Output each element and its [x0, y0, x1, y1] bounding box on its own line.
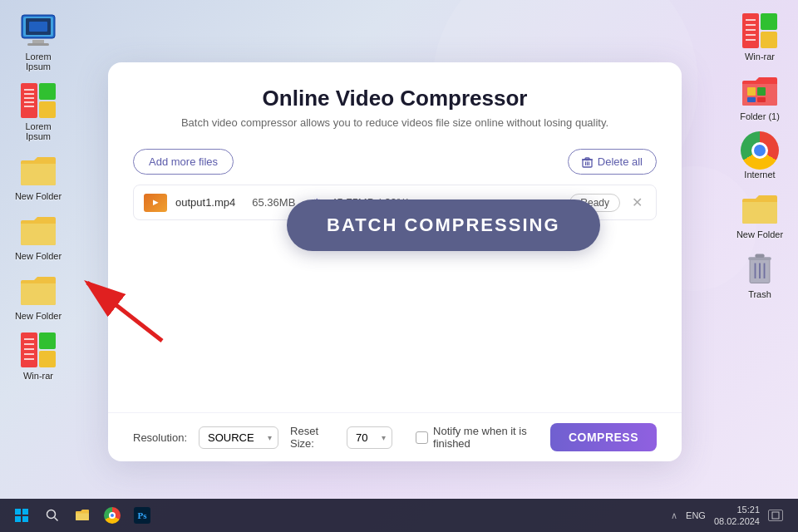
file-name: output1.mp4 — [175, 196, 235, 209]
delete-all-button[interactable]: Delete all — [568, 149, 657, 175]
app-subtitle: Batch video compressor allows you to red… — [141, 116, 648, 129]
desktop-icon-folder2[interactable]: New Folder — [8, 208, 68, 264]
svg-rect-8 — [39, 101, 56, 118]
svg-point-52 — [47, 510, 56, 519]
taskbar-caret-icon[interactable]: ∧ — [671, 510, 677, 521]
svg-rect-30 — [747, 87, 756, 96]
svg-rect-31 — [757, 87, 766, 96]
desktop-icon-label: New Folder — [15, 251, 62, 261]
desktop-icon-winrar1[interactable]: Lorem Ipsum — [8, 78, 68, 145]
taskbar-file-explorer-button[interactable] — [68, 503, 96, 528]
desktop-icon-winrar-right[interactable]: Win-rar — [730, 8, 790, 65]
desktop-icon-folder3[interactable]: New Folder — [8, 268, 68, 324]
svg-rect-7 — [39, 83, 56, 100]
reset-size-select-wrapper: 50 60 70 80 90 ▾ — [347, 426, 392, 449]
reset-size-select[interactable]: 50 60 70 80 90 — [347, 426, 392, 449]
taskbar-clock: 15:21 08.02.2024 — [714, 504, 760, 528]
reset-size-label: Reset Size: — [290, 425, 335, 450]
svg-line-47 — [87, 283, 162, 341]
desktop-icon-label: Folder (1) — [740, 111, 780, 121]
svg-rect-14 — [21, 332, 37, 367]
desktop-icon-label: Internet — [744, 170, 775, 180]
resolution-label: Resolution: — [133, 431, 187, 444]
trash-icon — [741, 249, 779, 288]
file-close-button[interactable]: ✕ — [628, 193, 646, 212]
svg-rect-3 — [27, 43, 49, 46]
desktop-icon-folder-right1[interactable]: Folder (1) — [730, 68, 790, 125]
svg-rect-2 — [32, 40, 44, 43]
compress-button[interactable]: COMPRESS — [550, 423, 657, 451]
red-arrow — [71, 266, 179, 352]
desktop-icon-winrar2[interactable]: Win-rar — [8, 328, 68, 384]
resolution-select-wrapper: SOURCE 1080p 720p 480p 360p ▾ — [199, 426, 278, 449]
desktop-icon-label: New Folder — [736, 229, 783, 239]
svg-line-53 — [55, 518, 58, 521]
svg-rect-15 — [39, 332, 56, 349]
taskbar-lang: ENG — [686, 510, 706, 520]
svg-rect-24 — [761, 32, 777, 48]
notification-icon — [771, 511, 780, 520]
taskbar-chrome-button[interactable] — [98, 503, 126, 528]
taskbar-system-tray: ∧ ENG 15:21 08.02.2024 — [671, 504, 791, 528]
desktop-icon-label: New Folder — [15, 191, 62, 201]
add-files-button[interactable]: Add more files — [133, 149, 234, 175]
folder-icon — [75, 509, 90, 522]
svg-rect-48 — [15, 509, 21, 515]
desktop-icon-folder1[interactable]: New Folder — [8, 148, 68, 204]
notify-checkbox[interactable] — [416, 431, 428, 444]
svg-rect-6 — [21, 83, 37, 118]
desktop-icons-left: Lorem Ipsum Lorem Ipsum New Folder Ne — [8, 8, 68, 384]
desktop-icon-label: New Folder — [15, 311, 62, 321]
svg-rect-23 — [761, 13, 777, 30]
svg-rect-16 — [39, 351, 56, 367]
file-size-original: 65.36MB — [252, 196, 295, 209]
app-title: Online Video Compressor — [141, 86, 648, 111]
app-footer: Resolution: SOURCE 1080p 720p 480p 360p … — [108, 412, 682, 461]
delete-all-label: Delete all — [598, 155, 643, 168]
desktop-icon-label: Trash — [748, 289, 771, 299]
svg-rect-32 — [747, 97, 756, 102]
resolution-select[interactable]: SOURCE 1080p 720p 480p 360p — [199, 426, 278, 449]
file-thumb: ▶ — [144, 194, 167, 212]
desktop-icon-folder-right2[interactable]: New Folder — [730, 186, 790, 243]
svg-rect-54 — [772, 512, 779, 519]
app-toolbar: Add more files Delete all — [108, 137, 682, 181]
desktop-icon-internet[interactable]: Internet — [730, 128, 790, 183]
desktop-icon-monitor[interactable]: Lorem Ipsum — [8, 8, 68, 75]
desktop-icon-trash[interactable]: Trash — [730, 246, 790, 303]
start-button[interactable] — [7, 503, 37, 528]
trash-icon — [582, 156, 593, 168]
winrar-icon — [741, 12, 779, 50]
folder-icon — [19, 211, 57, 249]
desktop-icon-label: Win-rar — [23, 371, 53, 381]
taskbar-date-text: 08.02.2024 — [714, 515, 760, 527]
notify-label[interactable]: Notify me when it is finished — [416, 425, 539, 450]
desktop-icon-label: Lorem Ipsum — [12, 52, 65, 71]
folder-icon — [19, 151, 57, 190]
svg-rect-36 — [755, 254, 764, 259]
taskbar: Ps ∧ ENG 15:21 08.02.2024 — [0, 499, 798, 532]
winrar-icon — [19, 81, 57, 120]
desktop-icon-label: Win-rar — [745, 52, 775, 62]
svg-rect-50 — [15, 516, 21, 522]
desktop-icons-right: Win-rar Folder (1) Internet New Folder — [730, 8, 790, 303]
notify-text: Notify me when it is finished — [433, 425, 539, 450]
batch-overlay: BATCH COMPRESSING — [287, 200, 600, 251]
winrar-icon — [19, 331, 57, 369]
desktop-icon-label: Lorem Ipsum — [12, 121, 65, 141]
taskbar-notification-button[interactable] — [768, 510, 783, 521]
app-window: Online Video Compressor Batch video comp… — [108, 62, 682, 461]
folder-icon — [741, 190, 779, 228]
svg-rect-22 — [742, 13, 759, 48]
taskbar-search-button[interactable] — [38, 503, 66, 528]
taskbar-ps-button[interactable]: Ps — [128, 503, 156, 528]
folder-icon — [19, 271, 57, 309]
svg-rect-33 — [757, 97, 766, 102]
search-icon — [46, 509, 59, 522]
svg-rect-51 — [22, 516, 28, 522]
svg-rect-49 — [22, 509, 28, 515]
taskbar-time-text: 15:21 — [714, 504, 760, 515]
svg-rect-5 — [29, 22, 47, 32]
app-header: Online Video Compressor Batch video comp… — [108, 62, 682, 137]
monitor-icon — [19, 12, 57, 50]
